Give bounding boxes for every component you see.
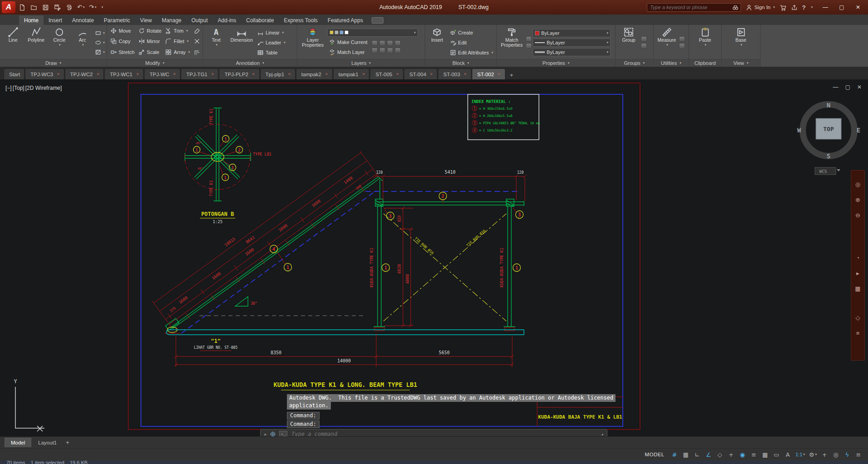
- redo-icon[interactable]: ↷▾: [89, 4, 97, 11]
- doc-restore-button[interactable]: ▢: [845, 84, 850, 90]
- selection-cycling-icon[interactable]: ▭: [771, 450, 781, 459]
- create-block-button[interactable]: Create: [448, 28, 495, 37]
- close-icon[interactable]: ✕: [252, 72, 255, 76]
- command-line-bar[interactable]: ✕ ›_ ▴: [260, 429, 607, 436]
- toolbar-menu-icon[interactable]: ≡: [853, 328, 863, 337]
- close-icon[interactable]: ✕: [498, 72, 501, 76]
- dropdown-arrow-icon[interactable]: ▾: [59, 43, 61, 47]
- sign-in-control[interactable]: Sign In ▾: [746, 4, 775, 11]
- dropdown-arrow-icon[interactable]: ▾: [491, 51, 493, 54]
- close-icon[interactable]: ✕: [464, 72, 467, 76]
- scale-button[interactable]: Scale: [137, 48, 163, 56]
- layer-lock-icon[interactable]: [387, 40, 393, 46]
- tab-view[interactable]: View: [135, 15, 157, 25]
- file-tab-start[interactable]: Start: [4, 68, 24, 79]
- file-tab[interactable]: Tpj-plp1✕: [260, 68, 296, 79]
- lineweight-icon[interactable]: ≡: [749, 450, 759, 459]
- dropdown-arrow-icon[interactable]: ▾: [606, 50, 608, 54]
- pan-icon[interactable]: ⊕: [853, 195, 863, 204]
- tab-collaborate[interactable]: Collaborate: [241, 15, 279, 25]
- trim-button[interactable]: Trim▾: [164, 26, 191, 35]
- tab-layout1[interactable]: Layout1: [32, 438, 63, 447]
- model-space-canvas[interactable]: KUDA-KUDA BAJA TYPE K1 & LB1 INDEX MATER…: [0, 79, 868, 436]
- help-dropdown-icon[interactable]: ▾: [811, 5, 813, 9]
- new-drawing-tab-button[interactable]: +: [507, 70, 516, 79]
- connect-icon[interactable]: [372, 17, 383, 24]
- dropdown-arrow-icon[interactable]: ▾: [189, 50, 190, 54]
- help-search-box[interactable]: [647, 3, 741, 12]
- file-tab[interactable]: TPJ-PLP2✕: [219, 68, 259, 79]
- panel-label-properties[interactable]: Properties▾: [497, 59, 615, 67]
- dropdown-arrow-icon[interactable]: ▾: [284, 41, 286, 44]
- layer-off-icon[interactable]: [395, 40, 401, 46]
- match-properties-button[interactable]: Match Properties: [499, 26, 525, 59]
- group-button[interactable]: Group: [617, 26, 640, 59]
- share-icon[interactable]: [791, 4, 798, 11]
- close-icon[interactable]: ✕: [136, 72, 139, 76]
- save-icon[interactable]: [42, 4, 49, 11]
- ellipse-button[interactable]: ▾: [95, 39, 105, 47]
- doc-minimize-button[interactable]: —: [833, 84, 839, 90]
- viewcube-north[interactable]: N: [827, 102, 830, 109]
- viewcube-east[interactable]: E: [857, 127, 860, 134]
- close-icon[interactable]: ✕: [362, 72, 365, 76]
- annotation-scale-icon[interactable]: 1:1▾: [794, 450, 806, 459]
- layer-unlock-icon[interactable]: [387, 48, 393, 53]
- tab-featured-apps[interactable]: Featured Apps: [323, 15, 368, 25]
- object-snap-icon[interactable]: ◉: [737, 450, 747, 459]
- dropdown-arrow-icon[interactable]: ▾: [103, 41, 105, 44]
- tab-output[interactable]: Output: [186, 15, 213, 25]
- file-tab[interactable]: ST-005✕: [370, 68, 403, 79]
- command-history-up-icon[interactable]: ▴: [601, 432, 604, 436]
- layer-unisolate-icon[interactable]: [372, 48, 378, 53]
- panel-label-draw[interactable]: Draw▾: [0, 59, 107, 67]
- tab-model[interactable]: Model: [5, 438, 31, 447]
- panel-label-modify[interactable]: Modify▾: [107, 59, 203, 67]
- panel-label-view[interactable]: View▾: [722, 59, 760, 67]
- dropdown-arrow-icon[interactable]: ▾: [606, 31, 608, 35]
- annotation-visibility-icon[interactable]: A: [783, 450, 793, 459]
- polyline-button[interactable]: Polyline: [25, 26, 47, 59]
- new-file-icon[interactable]: [18, 4, 26, 11]
- layer-properties-button[interactable]: Layer Properties: [299, 26, 326, 59]
- wcs-label[interactable]: WCS: [819, 169, 827, 174]
- layer-thaw-icon[interactable]: [379, 48, 385, 53]
- new-layout-button[interactable]: +: [66, 439, 69, 446]
- undo-icon[interactable]: ↶▾: [77, 4, 85, 11]
- file-tab[interactable]: TPJ-WC1✕: [104, 68, 144, 79]
- edit-block-button[interactable]: Edit: [448, 38, 495, 47]
- model-space-toggle[interactable]: MODEL: [641, 451, 668, 458]
- file-tab[interactable]: TPJ-WC3✕: [25, 68, 64, 79]
- workspace-switching-icon[interactable]: ⚙▾: [808, 450, 818, 459]
- close-button[interactable]: ✕: [850, 1, 866, 13]
- minimize-button[interactable]: —: [817, 1, 834, 13]
- graphics-performance-icon[interactable]: ϟ: [842, 450, 852, 459]
- rotate-button[interactable]: Rotate: [137, 26, 163, 35]
- command-input[interactable]: [291, 430, 598, 436]
- zoom-icon[interactable]: ⊖: [853, 210, 863, 220]
- linetype-combo[interactable]: ByLayer▾: [533, 39, 611, 47]
- dropdown-arrow-icon[interactable]: ▾: [705, 43, 707, 47]
- close-icon[interactable]: ✕: [173, 72, 176, 76]
- ungroup-icon[interactable]: [641, 36, 647, 42]
- base-button[interactable]: Base ▾: [730, 26, 752, 59]
- file-tab-active[interactable]: ST-002✕: [472, 68, 505, 79]
- match-layer-button[interactable]: Match Layer: [327, 48, 369, 57]
- quick-calc-icon[interactable]: [679, 43, 685, 49]
- close-icon[interactable]: ✕: [396, 72, 399, 76]
- tab-add-ins[interactable]: Add-ins: [213, 15, 241, 25]
- dropdown-arrow-icon[interactable]: ▾: [666, 43, 668, 47]
- view-tool-icon[interactable]: ◇: [853, 313, 863, 322]
- dropdown-arrow-icon[interactable]: ▾: [741, 43, 742, 47]
- qat-customize-icon[interactable]: ▾: [102, 5, 103, 9]
- edit-attributes-button[interactable]: Edit Attributes▾: [448, 48, 495, 57]
- dropdown-arrow-icon[interactable]: ▾: [216, 43, 218, 47]
- object-color-combo[interactable]: ByLayer▾: [533, 29, 611, 37]
- file-tab[interactable]: TPJ-WC2✕: [65, 68, 104, 79]
- make-current-button[interactable]: Make Current: [327, 38, 369, 47]
- panel-label-groups[interactable]: Groups▾: [616, 59, 653, 67]
- measure-button[interactable]: Measure ▾: [655, 26, 678, 59]
- viewcube-top-label[interactable]: TOP: [823, 126, 834, 132]
- move-button[interactable]: Move: [109, 26, 136, 35]
- dropdown-arrow-icon[interactable]: ▾: [186, 29, 188, 33]
